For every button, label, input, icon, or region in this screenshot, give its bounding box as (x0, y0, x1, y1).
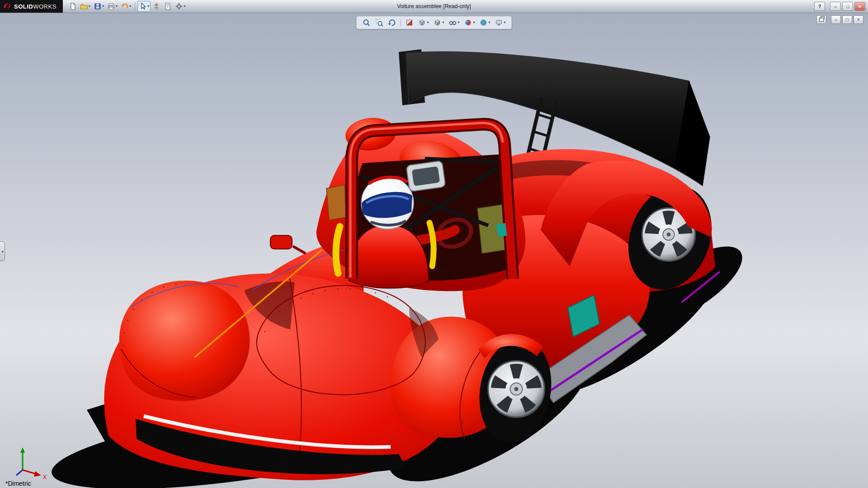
titlebar: SOLIDWORKS ▾ ▾ (0, 0, 868, 13)
print-icon (107, 2, 115, 10)
brand-text: SOLIDWORKS (14, 3, 57, 10)
print-button[interactable]: ▾ (106, 1, 119, 12)
windscreen[interactable] (406, 161, 445, 192)
previous-view-icon (387, 19, 396, 27)
close-button[interactable]: × (854, 2, 865, 11)
hide-show-items-icon (448, 19, 457, 27)
collapse-arrow-icon: ◂ (1, 249, 3, 253)
doc-close-button[interactable]: × (854, 15, 863, 24)
driver-helmet (361, 177, 414, 229)
doc-minimize-button[interactable]: – (831, 15, 841, 24)
open-button[interactable]: ▾ (79, 1, 92, 12)
viewport: ▾ ▾ ▾ ▾ (0, 13, 868, 488)
display-style-button[interactable]: ▾ (432, 18, 445, 28)
cockpit-teal-vent (496, 223, 507, 237)
front-fender-left[interactable] (119, 281, 250, 401)
minimize-button[interactable]: – (830, 2, 841, 11)
rebuild-icon (152, 2, 160, 10)
triad-x-label: X (43, 474, 47, 480)
seat-bolster-left (336, 226, 340, 273)
main-toolbar: ▾ ▾ ▾ ▾ (67, 1, 187, 12)
file-properties-button[interactable] (162, 1, 173, 12)
section-view-button[interactable] (404, 18, 415, 28)
doc-maximize-button[interactable]: □ (842, 15, 852, 24)
section-view-icon (405, 19, 413, 27)
zoom-to-area-button[interactable] (373, 18, 384, 28)
heads-up-toolbar: ▾ ▾ ▾ ▾ (356, 16, 512, 29)
edit-appearance-button[interactable]: ▾ (463, 18, 476, 28)
options-button[interactable]: ▾ (174, 1, 187, 12)
display-style-icon (433, 19, 441, 27)
ds-swirl-icon (3, 2, 12, 11)
doc-restore-window-button[interactable] (816, 15, 826, 24)
undo-icon (121, 2, 129, 10)
new-document-button[interactable] (67, 1, 78, 12)
zoom-to-fit-icon (362, 19, 370, 27)
apply-scene-icon (480, 19, 488, 27)
undo-button[interactable]: ▾ (119, 1, 132, 12)
zoom-to-fit-button[interactable] (361, 18, 372, 28)
options-gear-icon (175, 2, 183, 10)
view-orientation-icon (418, 19, 426, 27)
open-folder-icon (80, 2, 88, 10)
graphics-area[interactable] (0, 13, 868, 488)
previous-view-button[interactable] (386, 18, 397, 28)
select-cursor-icon (139, 2, 147, 10)
window-controls: ? – □ × (814, 2, 868, 11)
zoom-to-area-icon (375, 19, 383, 27)
solidworks-window: SOLIDWORKS ▾ ▾ (0, 0, 868, 488)
hud-separator (400, 19, 401, 26)
hide-show-items-button[interactable]: ▾ (447, 18, 461, 28)
save-icon (94, 2, 102, 10)
restore-icon (819, 18, 824, 22)
view-settings-icon (495, 19, 503, 27)
edit-appearance-icon (464, 19, 472, 27)
view-orientation-button[interactable]: ▾ (416, 18, 430, 28)
select-button[interactable]: ▾ (137, 1, 151, 12)
toolbar-separator (135, 2, 135, 10)
feature-tree-collapse-tab[interactable]: ◂ (0, 241, 5, 261)
maximize-button[interactable]: □ (842, 2, 853, 11)
document-window-controls: – □ × (816, 15, 863, 24)
file-properties-icon (164, 2, 172, 10)
cockpit-panel-orange (326, 185, 346, 220)
help-button[interactable]: ? (814, 2, 825, 11)
solidworks-logo: SOLIDWORKS (0, 0, 63, 13)
apply-scene-button[interactable]: ▾ (478, 18, 492, 28)
view-settings-button[interactable]: ▾ (494, 18, 507, 28)
rebuild-button[interactable] (151, 1, 162, 12)
reference-triad[interactable]: X (7, 442, 49, 481)
window-title: Voiture assemblee [Read-only] (397, 3, 471, 9)
view-orientation-label: *Dimetric (5, 480, 31, 487)
new-document-icon (69, 2, 77, 10)
save-button[interactable]: ▾ (92, 1, 105, 12)
